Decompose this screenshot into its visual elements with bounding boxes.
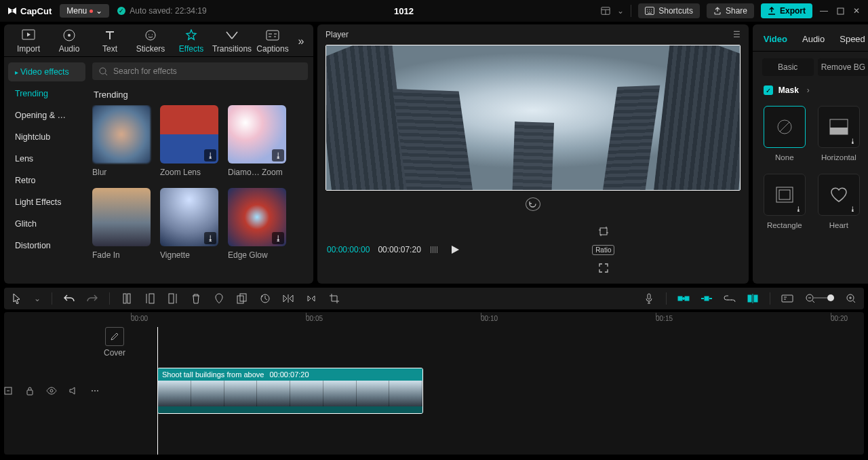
subtab-removebg[interactable]: Remove BG (818, 58, 868, 76)
insp-tab-video[interactable]: Video (764, 34, 787, 44)
clip-header: Shoot tall buildings from above 00:00:07… (158, 368, 422, 381)
mask-heart[interactable]: ⭳Heart (818, 174, 860, 229)
svg-rect-29 (705, 296, 709, 301)
mask-none[interactable]: None (764, 106, 806, 161)
dot-icon (90, 9, 93, 13)
delete-tool[interactable] (190, 292, 202, 305)
timeline-ruler[interactable]: 00:00 00:05 00:10 00:15 00:20 (4, 312, 864, 327)
layout-icon[interactable] (601, 6, 610, 16)
player-canvas[interactable] (326, 45, 741, 191)
marker-tool[interactable] (213, 292, 225, 305)
eye-icon[interactable] (45, 385, 58, 397)
crop-tool[interactable] (328, 292, 340, 305)
tab-text[interactable]: Text (91, 28, 129, 54)
none-icon (776, 118, 793, 136)
split-tool[interactable] (121, 292, 133, 305)
media-panel: Import Audio Text Stickers Effects Trans… (4, 24, 313, 284)
mic-icon[interactable] (643, 292, 655, 305)
tab-transitions[interactable]: Transitions (213, 28, 251, 54)
shortcuts-button[interactable]: Shortcuts (638, 3, 700, 18)
tab-effects[interactable]: Effects (172, 28, 210, 54)
zoom-in-icon[interactable] (845, 292, 857, 305)
cat-opening[interactable]: Opening & … (8, 106, 85, 125)
search-input[interactable]: Search for effects (92, 62, 308, 80)
preview-toggle-icon[interactable] (781, 292, 793, 305)
rotate-tool[interactable] (305, 292, 317, 305)
chevron-down-icon: ⌄ (96, 6, 102, 16)
settings-icon[interactable] (2, 385, 14, 397)
trim-left-tool[interactable] (144, 292, 156, 305)
play-button[interactable] (451, 245, 460, 254)
mask-rectangle[interactable]: ⭳Rectangle (764, 174, 806, 229)
subtab-basic[interactable]: Basic (762, 58, 814, 76)
tab-captions[interactable]: Captions (254, 28, 292, 54)
align-snap-icon[interactable] (747, 292, 759, 305)
tab-audio[interactable]: Audio (50, 28, 88, 54)
close-icon[interactable]: ✕ (852, 6, 861, 16)
magnet-snap-icon[interactable] (677, 292, 690, 305)
cat-nightclub[interactable]: Nightclub (8, 128, 85, 147)
hamburger-icon[interactable]: ☰ (733, 30, 741, 39)
fullscreen-icon[interactable] (599, 263, 608, 273)
effect-thumb: ⭳ (228, 188, 286, 246)
chevron-right-icon[interactable]: › (807, 85, 810, 95)
effect-card[interactable]: Blur (92, 105, 151, 177)
cat-trending[interactable]: Trending (8, 84, 85, 103)
zoom-out-icon[interactable] (804, 292, 816, 305)
mask-checkbox[interactable]: ✓ (764, 85, 773, 95)
crop-icon[interactable] (598, 226, 609, 237)
app-name: CapCut (20, 6, 52, 16)
mute-icon[interactable] (67, 385, 79, 397)
maximize-icon[interactable] (835, 6, 845, 16)
effect-card[interactable]: ⭳Vignette (160, 188, 218, 260)
link-icon[interactable] (724, 292, 736, 305)
reverse-tool[interactable] (259, 292, 271, 305)
effect-card[interactable]: Fade In (92, 188, 151, 260)
svg-point-28 (683, 298, 685, 300)
refresh-button[interactable] (526, 197, 540, 211)
tabs-more-icon[interactable]: » (294, 35, 308, 47)
mirror-tool[interactable] (282, 292, 294, 305)
cat-retro[interactable]: Retro (8, 171, 85, 190)
trim-right-tool[interactable] (167, 292, 179, 305)
captions-icon (266, 28, 279, 42)
duplicate-tool[interactable] (236, 292, 248, 305)
effect-card[interactable]: ⭳Diamo… Zoom (228, 105, 286, 177)
undo-button[interactable] (63, 292, 75, 305)
redo-button[interactable] (86, 292, 98, 305)
pointer-tool[interactable] (11, 292, 23, 305)
track-area[interactable]: Shoot tall buildings from above 00:00:07… (126, 327, 864, 455)
cat-distortion[interactable]: Distortion (8, 236, 85, 255)
effect-card[interactable]: ⭳Edge Glow (228, 188, 286, 260)
mask-horizontal[interactable]: ⭳Horizontal (818, 106, 860, 161)
link-snap-icon[interactable] (701, 292, 713, 305)
lock-icon[interactable] (24, 385, 36, 397)
capcut-icon (7, 5, 18, 16)
clip[interactable]: Shoot tall buildings from above 00:00:07… (157, 368, 423, 414)
tab-stickers[interactable]: Stickers (132, 28, 170, 54)
svg-rect-18 (123, 294, 126, 303)
insp-tab-speed[interactable]: Speed (840, 34, 865, 44)
effect-card[interactable]: ⭳Zoom Lens (160, 105, 218, 177)
export-button[interactable]: Export (761, 3, 812, 18)
zoom-slider[interactable] (827, 294, 834, 303)
insp-tab-audio[interactable]: Audio (802, 34, 825, 44)
step-back-icon[interactable] (429, 246, 439, 254)
cat-glitch[interactable]: Glitch (8, 214, 85, 233)
share-button[interactable]: Share (707, 3, 754, 18)
cat-light-effects[interactable]: Light Effects (8, 193, 85, 212)
cover-button[interactable]: Cover (103, 327, 126, 455)
gallery-title: Trending (94, 90, 308, 100)
tab-import[interactable]: Import (9, 28, 47, 54)
svg-rect-21 (169, 294, 174, 303)
menu-button[interactable]: Menu ⌄ (60, 4, 109, 18)
minimize-icon[interactable]: — (819, 6, 829, 16)
cat-lens[interactable]: Lens (8, 149, 85, 168)
cat-video-effects[interactable]: ▸Video effects (8, 62, 85, 81)
ratio-button[interactable]: Ratio (592, 245, 614, 255)
more-icon[interactable]: ⋯ (89, 385, 101, 397)
effect-thumb (92, 105, 151, 164)
transitions-icon (225, 28, 239, 42)
chevron-down-icon[interactable]: ⌄ (617, 6, 624, 16)
chevron-down-icon[interactable]: ⌄ (34, 292, 41, 305)
